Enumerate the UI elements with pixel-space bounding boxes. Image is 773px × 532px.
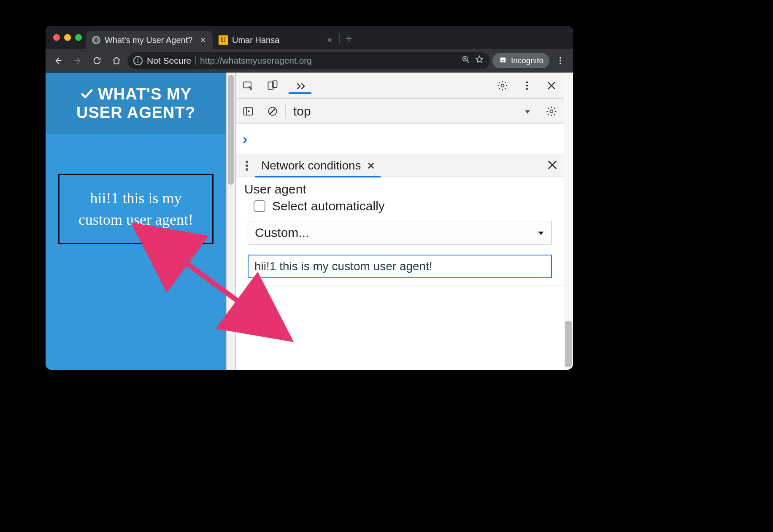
browser-menu-button[interactable] xyxy=(552,52,569,69)
scrollbar-thumb[interactable] xyxy=(565,321,572,367)
devtools-settings-button[interactable] xyxy=(490,73,515,99)
tab-whats-my-user-agent[interactable]: What's my User Agent? xyxy=(86,31,213,49)
svg-point-19 xyxy=(246,168,248,171)
select-automatically-label: Select automatically xyxy=(272,199,385,213)
tab-title: What's my User Agent? xyxy=(105,35,195,45)
drawer-tab-close-button[interactable] xyxy=(367,159,375,172)
svg-point-12 xyxy=(526,84,528,86)
svg-point-10 xyxy=(501,84,504,87)
svg-point-16 xyxy=(550,110,553,113)
clear-console-button[interactable] xyxy=(260,98,285,124)
window-minimize-button[interactable] xyxy=(64,34,71,41)
page-title-line2: USER AGENT? xyxy=(54,104,218,122)
drawer-tabstrip: Network conditions xyxy=(236,154,564,177)
tab-close-button[interactable] xyxy=(326,36,333,44)
page-title-line1: WHAT'S MY xyxy=(98,85,192,104)
url-text: http://whatsmyuseragent.org xyxy=(200,56,312,66)
browser-window: What's my User Agent? U Umar Hansa xyxy=(46,26,573,370)
window-controls xyxy=(50,34,86,41)
tab-close-button[interactable] xyxy=(199,36,207,44)
home-button[interactable] xyxy=(108,52,125,69)
console-input-row[interactable]: › xyxy=(236,124,564,154)
svg-point-4 xyxy=(559,57,561,59)
inspect-element-button[interactable] xyxy=(236,73,260,99)
custom-user-agent-input[interactable]: hii!1 this is my custom user agent! xyxy=(248,255,552,278)
page-scrollbar[interactable] xyxy=(226,73,235,370)
svg-point-18 xyxy=(246,164,248,167)
window-zoom-button[interactable] xyxy=(75,34,82,41)
svg-point-17 xyxy=(246,161,248,163)
dropdown-triangle-icon xyxy=(524,104,531,118)
tab-separator xyxy=(339,33,340,44)
devtools-more-tabs-button[interactable] xyxy=(285,78,315,94)
drawer-tab-label: Network conditions xyxy=(261,159,361,172)
svg-point-13 xyxy=(526,88,528,89)
rendered-page: WHAT'S MY USER AGENT? hii!1 this is my c… xyxy=(46,73,226,370)
bookmark-star-icon[interactable] xyxy=(475,55,484,66)
user-agent-preset-select[interactable]: Custom... xyxy=(248,221,552,245)
svg-point-6 xyxy=(559,62,561,64)
devtools-menu-button[interactable] xyxy=(515,73,539,99)
custom-user-agent-value: hii!1 this is my custom user agent! xyxy=(254,260,432,273)
svg-point-3 xyxy=(503,60,506,63)
select-automatically-checkbox[interactable] xyxy=(254,200,265,212)
security-label: Not Secure xyxy=(147,56,191,66)
new-tab-button[interactable] xyxy=(341,31,357,46)
svg-point-2 xyxy=(500,60,503,63)
console-filter-bar: top xyxy=(236,99,564,124)
incognito-icon xyxy=(498,55,508,66)
devtools-scrollbar[interactable] xyxy=(564,73,573,370)
svg-point-11 xyxy=(526,81,528,83)
zoom-icon[interactable] xyxy=(461,55,470,66)
content-area: WHAT'S MY USER AGENT? hii!1 this is my c… xyxy=(46,73,573,370)
detected-user-agent: hii!1 this is my custom user agent! xyxy=(58,174,214,244)
console-prompt-icon: › xyxy=(243,131,247,147)
page-hero: WHAT'S MY USER AGENT? xyxy=(46,73,226,134)
section-title-user-agent: User agent xyxy=(244,182,556,196)
globe-icon xyxy=(92,36,100,44)
select-automatically-row[interactable]: Select automatically xyxy=(254,199,556,213)
tab-strip: What's my User Agent? U Umar Hansa xyxy=(46,26,573,49)
back-button[interactable] xyxy=(50,52,67,69)
console-sidebar-toggle[interactable] xyxy=(236,98,260,124)
incognito-indicator: Incognito xyxy=(492,53,549,68)
reload-button[interactable] xyxy=(89,52,105,69)
toolbar: i Not Secure http://whatsmyuseragent.org… xyxy=(46,49,573,73)
dropdown-triangle-icon xyxy=(537,226,545,240)
tab-title: Umar Hansa xyxy=(232,35,322,45)
drawer-tab-network-conditions[interactable]: Network conditions xyxy=(255,154,381,177)
console-settings-button[interactable] xyxy=(539,98,564,124)
omnibox-divider xyxy=(195,56,196,65)
window-close-button[interactable] xyxy=(53,34,60,41)
favicon-u-icon: U xyxy=(219,35,228,45)
devtools-close-button[interactable] xyxy=(539,73,564,99)
site-info-icon[interactable]: i xyxy=(133,56,143,65)
scrollbar-thumb[interactable] xyxy=(228,75,234,185)
context-label: top xyxy=(293,104,311,118)
select-value: Custom... xyxy=(255,226,309,240)
forward-button[interactable] xyxy=(69,52,86,69)
execution-context-selector[interactable]: top xyxy=(285,104,539,118)
incognito-label: Incognito xyxy=(511,56,543,65)
drawer-menu-button[interactable] xyxy=(238,160,255,171)
devtools-drawer: Network conditions User agent S xyxy=(236,154,564,285)
checkmark-icon xyxy=(80,87,94,102)
devtools-panel: top › xyxy=(235,73,564,370)
tab-umar-hansa[interactable]: U Umar Hansa xyxy=(213,31,339,49)
toggle-device-toolbar-button[interactable] xyxy=(260,73,285,99)
address-bar[interactable]: i Not Secure http://whatsmyuseragent.org xyxy=(127,52,490,69)
svg-point-5 xyxy=(559,60,561,62)
devtools-toolbar xyxy=(236,73,564,99)
network-conditions-pane: User agent Select automatically Custom..… xyxy=(236,177,564,285)
drawer-close-button[interactable] xyxy=(547,159,561,172)
